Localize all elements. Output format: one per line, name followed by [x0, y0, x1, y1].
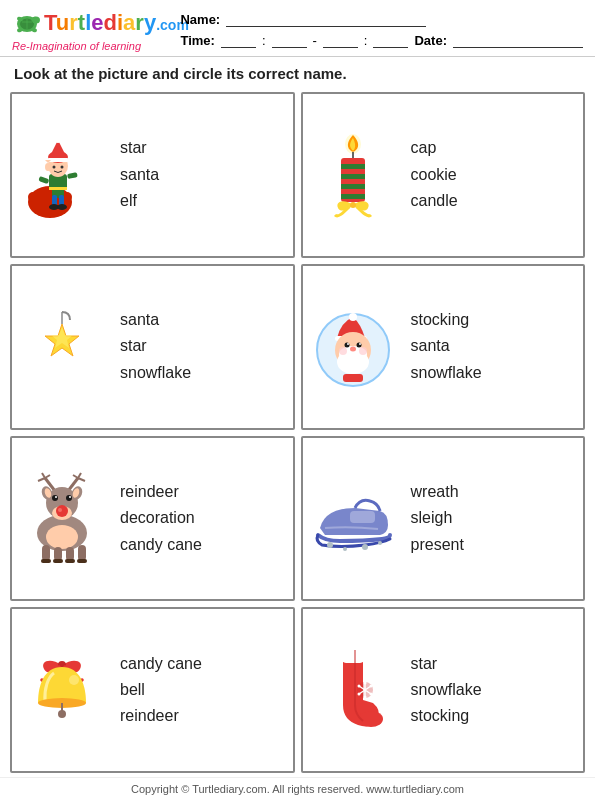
footer: Copyright © Turtlediary.com. All rights …	[0, 777, 595, 800]
svg-point-44	[349, 313, 357, 321]
word-santa-3: santa	[411, 335, 576, 357]
word-cap: cap	[411, 137, 576, 159]
svg-point-71	[66, 495, 72, 501]
word-sleigh: sleigh	[411, 507, 576, 529]
word-candy-cane-2: candy cane	[120, 653, 285, 675]
cell-sleigh-image	[303, 438, 403, 600]
svg-point-94	[58, 710, 66, 718]
name-line	[226, 13, 426, 27]
word-snowflake-2: snowflake	[411, 362, 576, 384]
time-label: Time:	[180, 33, 214, 48]
time-sep1: :	[262, 33, 266, 48]
cell-elf-image	[12, 94, 112, 256]
cell-santa-image	[303, 266, 403, 428]
svg-line-61	[78, 478, 85, 481]
svg-rect-81	[78, 545, 86, 561]
cell-star-words: santa star snowflake	[112, 303, 293, 390]
cell-bell-words: candy cane bell reindeer	[112, 647, 293, 734]
svg-line-63	[73, 475, 78, 478]
word-reindeer-2: reindeer	[120, 705, 285, 727]
svg-point-69	[58, 508, 62, 512]
svg-point-103	[369, 685, 372, 688]
sleigh-illustration	[310, 473, 395, 563]
word-stocking-2: stocking	[411, 705, 576, 727]
svg-point-53	[339, 347, 347, 355]
svg-point-16	[57, 204, 67, 210]
svg-point-65	[46, 525, 78, 549]
svg-rect-34	[341, 174, 365, 179]
svg-point-38	[350, 202, 356, 208]
svg-point-98	[363, 682, 366, 685]
svg-line-59	[45, 475, 50, 478]
word-present: present	[411, 534, 576, 556]
cell-stocking: star snowflake stocking	[301, 607, 586, 773]
cell-bell: candy cane bell reindeer	[10, 607, 295, 773]
instruction-text: Look at the picture and circle its corre…	[0, 57, 595, 88]
name-row: Name:	[180, 12, 583, 27]
candle-illustration	[313, 130, 393, 220]
time-row: Time: : - : Date:	[180, 33, 583, 48]
logo-area: Turtlediary.com Re-Imagination of learni…	[12, 8, 160, 52]
logo-tagline: Re-Imagination of learning	[12, 40, 160, 52]
svg-rect-18	[49, 187, 67, 190]
svg-point-73	[69, 496, 71, 498]
star-illustration	[22, 302, 102, 392]
svg-point-50	[347, 343, 349, 345]
header: Turtlediary.com Re-Imagination of learni…	[0, 0, 595, 57]
bell-illustration	[22, 645, 102, 735]
cell-stocking-words: star snowflake stocking	[403, 647, 584, 734]
word-decoration: decoration	[120, 507, 285, 529]
stocking-illustration	[313, 645, 393, 735]
svg-point-68	[56, 505, 68, 517]
word-bell: bell	[120, 679, 285, 701]
cell-reindeer-image	[12, 438, 112, 600]
svg-rect-36	[341, 194, 365, 199]
logo-text: Turtlediary.com	[44, 12, 189, 34]
word-star-2: star	[120, 335, 285, 357]
word-snowflake-1: snowflake	[120, 362, 285, 384]
svg-point-102	[357, 693, 360, 696]
name-time-area: Name: Time: : - : Date:	[180, 8, 583, 48]
time-dash: -	[313, 33, 317, 48]
page: Turtlediary.com Re-Imagination of learni…	[0, 0, 595, 800]
word-stocking-1: stocking	[411, 309, 576, 331]
date-field	[453, 34, 583, 48]
word-cookie: cookie	[411, 164, 576, 186]
svg-point-49	[356, 342, 361, 347]
svg-point-88	[343, 547, 347, 551]
cell-reindeer: reindeer decoration candy cane	[10, 436, 295, 602]
svg-rect-96	[341, 648, 365, 663]
svg-rect-35	[341, 184, 365, 189]
svg-rect-85	[77, 559, 87, 563]
cell-reindeer-words: reindeer decoration candy cane	[112, 475, 293, 562]
svg-point-95	[69, 675, 79, 685]
cell-santa: stocking santa snowflake	[301, 264, 586, 430]
svg-point-89	[362, 544, 368, 550]
svg-point-54	[359, 347, 367, 355]
name-label: Name:	[180, 12, 220, 27]
svg-rect-33	[341, 164, 365, 169]
cell-star: santa star snowflake	[10, 264, 295, 430]
santa-illustration	[313, 302, 393, 392]
reindeer-illustration	[20, 473, 105, 563]
time-field-2	[272, 34, 307, 48]
cell-santa-words: stocking santa snowflake	[403, 303, 584, 390]
svg-point-101	[369, 693, 372, 696]
svg-line-57	[38, 478, 45, 481]
word-wreath: wreath	[411, 481, 576, 503]
svg-rect-79	[54, 547, 62, 561]
word-santa-2: santa	[120, 309, 285, 331]
svg-rect-78	[42, 545, 50, 561]
time-field-4	[373, 34, 408, 48]
cell-candle: cap cookie candle	[301, 92, 586, 258]
svg-point-28	[45, 163, 51, 171]
svg-rect-84	[65, 559, 75, 563]
svg-rect-20	[67, 172, 78, 179]
word-santa-1: santa	[120, 164, 285, 186]
word-star-1: star	[120, 137, 285, 159]
word-star-3: star	[411, 653, 576, 675]
time-field-3	[323, 34, 358, 48]
svg-rect-80	[66, 547, 74, 561]
svg-point-51	[359, 343, 361, 345]
elf-illustration	[20, 130, 105, 220]
